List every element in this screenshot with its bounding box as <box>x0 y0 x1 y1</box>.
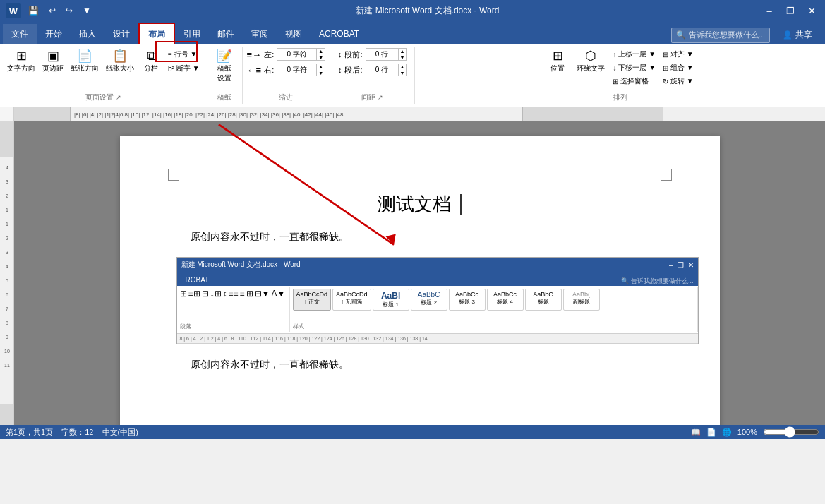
document-page[interactable]: 测试文档 原创内容永不过时，一直都很稀缺。 新建 Microsoft Word … <box>120 136 720 425</box>
text-direction-label: 文字方向 <box>7 64 35 73</box>
indent-label: 缩进 <box>279 92 293 102</box>
embedded-style-h2-sample: AaBbC <box>418 291 440 299</box>
indent-right-label: 右: <box>264 65 274 76</box>
hyphenation-button[interactable]: b² 断字 ▼ <box>165 62 203 75</box>
emb-icon6: ≡≡ <box>229 289 239 299</box>
group-icon: ⊞ <box>663 64 668 72</box>
indent-right-input[interactable] <box>277 64 316 76</box>
margins-button[interactable]: ▣ 页边距 <box>40 48 66 75</box>
tab-acrobat[interactable]: ACROBAT <box>311 24 368 44</box>
undo-button[interactable]: ↩ <box>46 4 59 17</box>
bring-forward-button[interactable]: ↑ 上移一层 ▼ <box>610 48 658 61</box>
save-button[interactable]: 💾 <box>25 4 42 17</box>
paper-size-button[interactable]: 📋 纸张大小 <box>103 48 137 75</box>
margins-label: 页边距 <box>42 64 64 73</box>
indent-left-input[interactable] <box>277 49 316 60</box>
ribbon-content: ⊞ 文字方向 ▣ 页边距 📄 纸张方向 📋 纸张大小 ⧉ 分栏 ≡ <box>0 44 825 107</box>
minimize-button[interactable]: – <box>761 3 777 18</box>
svg-text:2: 2 <box>6 236 8 241</box>
page-info: 第1页，共1页 <box>6 427 53 438</box>
group-button[interactable]: ⊞ 组合 ▼ <box>660 61 697 74</box>
title-bar-right: – ❐ ✕ <box>761 3 819 18</box>
columns-button[interactable]: ⧉ 分栏 <box>138 48 164 75</box>
language: 中文(中国) <box>102 427 138 438</box>
orientation-icon: 📄 <box>77 49 92 62</box>
spacing-before-down[interactable]: ▼ <box>399 54 407 61</box>
emb-icon7: ≡ <box>240 289 245 299</box>
select-pane-button[interactable]: ⊞ 选择窗格 <box>610 75 658 88</box>
spacing-group: ↕ 段前: ▲ ▼ ↕ 段后: ▲ ▼ <box>330 47 415 104</box>
spacing-before-up[interactable]: ▲ <box>399 48 407 54</box>
ruler-bar[interactable]: |8| |6| |4| |2| |1|2|4|6|8| |10| |12| |1… <box>14 107 825 121</box>
embedded-style-h4-sample: AaBbCc <box>493 291 517 298</box>
manuscript-group-label: 稿纸 <box>217 92 231 102</box>
zoom-level: 100% <box>737 428 757 436</box>
spacing-after-up[interactable]: ▲ <box>399 64 407 70</box>
send-backward-button[interactable]: ↓ 下移一层 ▼ <box>610 61 658 74</box>
share-button[interactable]: 👤 共享 <box>776 26 819 44</box>
zoom-slider[interactable] <box>763 428 819 436</box>
rotate-button[interactable]: ↻ 旋转 ▼ <box>660 75 697 88</box>
indent-right-up[interactable]: ▲ <box>317 64 325 70</box>
view-mode-read[interactable]: 📖 <box>691 428 701 437</box>
embedded-style-h4-label: 标题 4 <box>497 298 513 306</box>
embedded-ruler: 8 | 6 | 4 | 2 | 1 2 | 4 | 6 | 8 | 110 | … <box>177 334 698 344</box>
view-mode-print[interactable]: 📄 <box>706 428 716 437</box>
arrange-group: ⊞ 位置 ⬡ 环绕文字 ↑ 上移一层 ▼ ↓ 下移一层 ▼ ⊞ 选择窗格 <box>415 47 825 104</box>
emb-icon2: ≡⊞ <box>188 289 200 299</box>
embedded-tabs: ROBAT 🔍 告诉我您想要做什么... <box>177 272 698 286</box>
spacing-after-input[interactable] <box>366 64 398 76</box>
manuscript-setup-button[interactable]: 📝 稿纸设置 <box>212 48 237 85</box>
document-paragraph2: 原创内容永不过时，一直都很稀缺。 <box>191 356 663 373</box>
tab-mail[interactable]: 邮件 <box>209 24 243 44</box>
tab-home[interactable]: 开始 <box>37 24 71 44</box>
indent-left-down[interactable]: ▼ <box>317 54 325 61</box>
embedded-screenshot: 新建 Microsoft Word 文档.docx - Word – ❐ ✕ R… <box>176 257 699 344</box>
position-button[interactable]: ⊞ 位置 <box>543 48 572 75</box>
svg-text:10: 10 <box>4 349 10 354</box>
view-mode-web[interactable]: 🌐 <box>722 428 732 437</box>
tab-references[interactable]: 引用 <box>175 24 209 44</box>
embedded-style-nospace: AaBbCcDd ↑ 无间隔 <box>332 289 371 311</box>
tab-design[interactable]: 设计 <box>104 24 138 44</box>
group-label: 组合 ▼ <box>670 63 694 73</box>
spacing-before-input[interactable] <box>366 49 398 60</box>
orientation-button[interactable]: 📄 纸张方向 <box>68 48 102 75</box>
spacing-after-down[interactable]: ▼ <box>399 70 407 76</box>
svg-text:6: 6 <box>6 292 8 297</box>
embedded-style-h2: AaBbC 标题 2 <box>411 289 447 311</box>
select-pane-label: 选择窗格 <box>620 76 649 86</box>
indent-left-up[interactable]: ▲ <box>317 48 325 54</box>
close-button[interactable]: ✕ <box>804 3 819 18</box>
line-numbers-icon: ≡ <box>168 51 172 59</box>
ruler-corner <box>0 107 14 121</box>
tab-layout[interactable]: 布局 <box>138 23 175 44</box>
tab-file[interactable]: 文件 <box>3 24 37 44</box>
text-wrap-button[interactable]: ⬡ 环绕文字 <box>573 48 608 75</box>
align-icon: ⊟ <box>663 51 668 59</box>
indent-right-down[interactable]: ▼ <box>317 70 325 76</box>
redo-button[interactable]: ↪ <box>63 4 76 17</box>
align-button[interactable]: ⊟ 对齐 ▼ <box>660 48 697 61</box>
svg-text:11: 11 <box>4 363 10 368</box>
tab-view[interactable]: 视图 <box>277 24 311 44</box>
document-area: 4 3 2 1 1 2 3 4 5 6 7 8 9 10 11 测试文档 原创内… <box>0 121 825 425</box>
ruler-svg: |8| |6| |4| |2| |1|2|4|6|8| |10| |12| |1… <box>14 107 825 121</box>
paper-size-icon: 📋 <box>112 49 128 62</box>
svg-text:5: 5 <box>6 278 8 283</box>
document-title: 测试文档 <box>176 192 663 217</box>
svg-rect-7 <box>0 121 14 157</box>
restore-button[interactable]: ❐ <box>783 3 798 18</box>
word-logo-icon: W <box>6 3 21 18</box>
svg-text:4: 4 <box>6 264 8 269</box>
embedded-title-left: 新建 Microsoft Word 文档.docx - Word <box>181 260 301 270</box>
embedded-style-normal-label: ↑ 正文 <box>304 298 320 306</box>
tab-review[interactable]: 审阅 <box>243 24 277 44</box>
text-direction-button[interactable]: ⊞ 文字方向 <box>4 48 38 75</box>
embedded-title-text: 新建 Microsoft Word 文档.docx - Word <box>181 260 301 268</box>
tab-insert[interactable]: 插入 <box>71 24 104 44</box>
line-numbers-button[interactable]: ≡ 行号 ▼ <box>165 48 203 61</box>
status-bar: 第1页，共1页 字数：12 中文(中国) 📖 📄 🌐 100% <box>0 425 825 439</box>
customize-quick-access-button[interactable]: ▼ <box>80 4 94 17</box>
hyphenation-icon: b² <box>168 65 174 73</box>
